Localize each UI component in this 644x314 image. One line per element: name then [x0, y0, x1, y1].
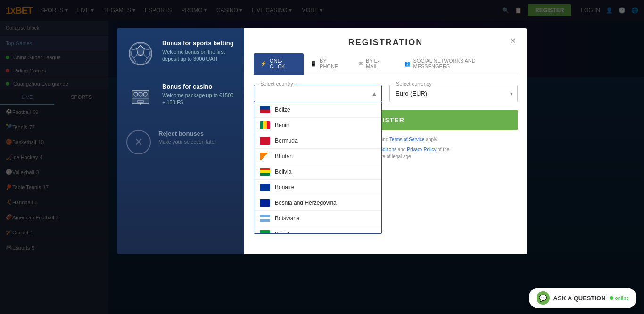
chat-icon: 💬 — [537, 291, 550, 305]
currency-select[interactable]: Euro (EUR) USD UAH — [389, 85, 518, 102]
phone-icon: 📱 — [310, 61, 317, 67]
one-click-label: ONE-CLICK — [270, 58, 297, 69]
country-name: Bermuda — [275, 137, 298, 144]
online-status: online — [610, 296, 629, 301]
list-item[interactable]: Bermuda — [254, 133, 381, 149]
by-email-label: BY E-MAIL — [366, 58, 391, 69]
country-dropdown[interactable]: Belize Benin Bermuda — [254, 102, 382, 234]
bonaire-flag-icon — [260, 184, 270, 191]
sports-bonus-desc: Welcome bonus on the first deposit up to… — [162, 48, 235, 63]
country-name: Bonaire — [275, 184, 294, 191]
list-item[interactable]: Bosnia and Herzegovina — [254, 195, 381, 211]
by-phone-label: BY PHONE — [320, 58, 346, 69]
country-label: Select country — [258, 81, 295, 87]
bolivia-flag-icon — [260, 168, 270, 176]
sports-bonus-title: Bonus for sports betting — [162, 40, 235, 47]
currency-form-group: Select currency Euro (EUR) USD UAH ▾ — [389, 85, 518, 102]
modal-close-button[interactable]: × — [506, 34, 520, 47]
email-icon: ✉ — [359, 61, 363, 67]
bonus-panel: Bonus for sports betting Welcome bonus o… — [117, 28, 244, 254]
online-label: online — [615, 296, 629, 301]
reject-desc: Make your selection later — [158, 139, 216, 145]
bosnia-flag-icon — [260, 199, 270, 207]
sports-bonus-text: Bonus for sports betting Welcome bonus o… — [162, 40, 235, 63]
privacy-policy2-link[interactable]: Privacy Policy — [407, 147, 436, 152]
brazil-flag-icon — [260, 230, 270, 234]
social-icon: 👥 — [404, 61, 411, 67]
list-item[interactable]: Belize — [254, 102, 381, 118]
list-item[interactable]: Brazil — [254, 226, 381, 234]
country-name: Bosnia and Herzegovina — [275, 200, 337, 206]
registration-modal: × REGISTRATION ⚡ ONE-CLICK 📱 BY PHONE ✉ … — [244, 28, 527, 254]
list-item[interactable]: Botswana — [254, 211, 381, 226]
of-the-text: of the — [438, 147, 449, 152]
modal-body: Select country Belize Benin Bermuda Bhut… — [244, 75, 527, 254]
country-name: Botswana — [275, 215, 300, 222]
reject-bonuses-text: Reject bonuses Make your selection later — [158, 130, 216, 145]
list-item[interactable]: Bolivia — [254, 164, 381, 180]
form-row-selects: Select country Belize Benin Bermuda Bhut… — [254, 85, 518, 102]
tab-social[interactable]: 👥 SOCIAL NETWORKS AND MESSENGERS — [397, 53, 518, 75]
ask-question-widget[interactable]: 💬 ASK A QUESTION online — [529, 288, 636, 308]
terms-of-service-link[interactable]: Terms of Service — [389, 137, 424, 142]
country-name: Brazil — [275, 231, 289, 234]
list-item[interactable]: Bonaire — [254, 180, 381, 195]
sports-bonus-item: Bonus for sports betting Welcome bonus o… — [126, 40, 235, 68]
ask-question-label: ASK A QUESTION — [553, 295, 606, 302]
country-select[interactable]: Belize Benin Bermuda Bhutan Bolivia Bona… — [254, 85, 382, 102]
reject-bonuses-item[interactable]: ✕ Reject bonuses Make your selection lat… — [126, 130, 235, 154]
casino-bonus-icon — [126, 83, 155, 111]
country-name: Belize — [275, 106, 290, 113]
casino-bonus-title: Bonus for casino — [162, 83, 235, 90]
tab-by-email[interactable]: ✉ BY E-MAIL — [352, 53, 397, 75]
bhutan-flag-icon — [260, 153, 270, 160]
tab-by-phone[interactable]: 📱 BY PHONE — [304, 53, 352, 75]
benin-flag-icon — [260, 121, 270, 129]
reject-icon: ✕ — [126, 130, 151, 154]
casino-bonus-desc: Welcome package up to €1500 + 150 FS — [162, 92, 235, 106]
apply-text: apply. — [426, 137, 438, 142]
online-indicator — [610, 296, 613, 300]
botswana-flag-icon — [260, 215, 270, 222]
modal-overlay[interactable]: Bonus for sports betting Welcome bonus o… — [0, 0, 644, 314]
social-label: SOCIAL NETWORKS AND MESSENGERS — [413, 58, 511, 69]
tab-one-click[interactable]: ⚡ ONE-CLICK — [254, 53, 304, 75]
reject-title: Reject bonuses — [158, 130, 216, 137]
bermuda-flag-icon — [260, 137, 270, 145]
country-name: Bolivia — [275, 169, 291, 175]
list-item[interactable]: Benin — [254, 118, 381, 133]
belize-flag-icon — [260, 106, 270, 113]
country-name: Bhutan — [275, 153, 293, 160]
casino-bonus-text: Bonus for casino Welcome package up to €… — [162, 83, 235, 106]
currency-label: Select currency — [394, 81, 434, 87]
country-form-group: Select country Belize Benin Bermuda Bhut… — [254, 85, 382, 102]
casino-bonus-item: Bonus for casino Welcome package up to €… — [126, 83, 235, 111]
one-click-icon: ⚡ — [260, 61, 267, 67]
and2-text: and — [398, 147, 406, 152]
sports-bonus-icon — [126, 40, 155, 68]
list-item[interactable]: Bhutan — [254, 149, 381, 164]
registration-dialog: Bonus for sports betting Welcome bonus o… — [117, 28, 527, 254]
modal-tabs: ⚡ ONE-CLICK 📱 BY PHONE ✉ BY E-MAIL 👥 SOC… — [254, 53, 518, 75]
country-name: Benin — [275, 122, 289, 129]
modal-title: REGISTRATION — [244, 28, 527, 53]
